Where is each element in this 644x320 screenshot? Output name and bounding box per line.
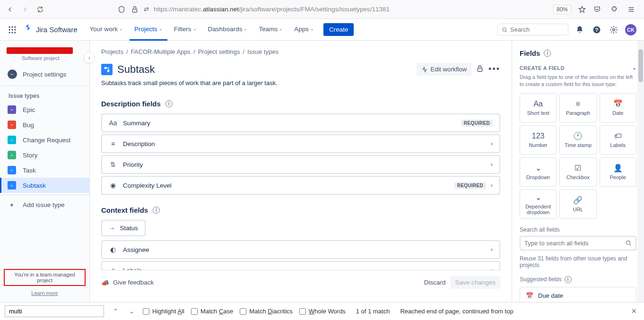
create-button[interactable]: Create bbox=[323, 23, 354, 36]
field-priority[interactable]: ⇅Priority› bbox=[101, 155, 500, 174]
notifications-icon[interactable] bbox=[574, 24, 585, 35]
product-name: Jira Software bbox=[36, 26, 78, 34]
find-input[interactable] bbox=[5, 305, 104, 317]
settings-icon[interactable] bbox=[608, 24, 619, 35]
team-managed-notice: You're in a team-managed project bbox=[4, 269, 86, 286]
find-prev-icon[interactable]: ⌃ bbox=[111, 307, 120, 316]
reload-icon[interactable] bbox=[36, 5, 44, 14]
search-input[interactable] bbox=[497, 24, 568, 35]
permissions-icon[interactable]: ⇄ bbox=[144, 5, 149, 14]
field-type-labels[interactable]: 🏷Labels bbox=[600, 125, 636, 155]
give-feedback-button[interactable]: 📣 Give feedback bbox=[101, 279, 154, 286]
status-label: Status bbox=[120, 225, 138, 232]
close-findbar-icon[interactable]: × bbox=[628, 306, 639, 316]
sidebar-item-story[interactable]: ▫Story bbox=[0, 147, 89, 163]
field-type-people[interactable]: 👤People bbox=[600, 157, 636, 187]
menu-icon[interactable] bbox=[627, 5, 635, 14]
sidebar-item-label: Task bbox=[23, 167, 36, 174]
nav-filters[interactable]: Filters⌄ bbox=[169, 19, 201, 41]
back-label: Project settings bbox=[23, 71, 66, 78]
sidebar-item-task[interactable]: ▫Task bbox=[0, 163, 89, 178]
info-icon[interactable]: i bbox=[165, 100, 173, 107]
chevron-down-icon: ⌄ bbox=[279, 26, 283, 31]
collapse-sidebar-button[interactable]: ‹ bbox=[84, 52, 95, 63]
field-type-number[interactable]: 123Number bbox=[520, 125, 557, 155]
breadcrumb-item[interactable]: Projects bbox=[101, 48, 123, 55]
breadcrumb-item[interactable]: Issue types bbox=[247, 48, 278, 55]
field-name: Priority bbox=[123, 161, 143, 168]
field-type-label: Paragraph bbox=[566, 110, 590, 116]
nav-your-work[interactable]: Your work⌄ bbox=[85, 19, 128, 41]
field-type-label: Labels bbox=[610, 142, 626, 148]
shield-icon[interactable] bbox=[117, 5, 126, 14]
help-icon[interactable]: ? bbox=[591, 24, 602, 35]
chevron-right-icon: › bbox=[491, 140, 493, 147]
info-icon[interactable]: i bbox=[565, 276, 572, 283]
find-next-icon[interactable]: ⌄ bbox=[127, 307, 136, 316]
field-type-dependent-dropdown[interactable]: ⌄Dependent dropdown bbox=[520, 190, 557, 219]
add-issue-type[interactable]: + Add issue type bbox=[0, 197, 89, 212]
extensions-icon[interactable] bbox=[610, 5, 618, 14]
pocket-icon[interactable] bbox=[593, 5, 601, 14]
back-icon[interactable] bbox=[6, 5, 14, 14]
create-field-toggle[interactable]: CREATE A FIELD ⌄ bbox=[520, 65, 636, 71]
app-switcher-icon[interactable] bbox=[8, 25, 17, 35]
lock-icon[interactable] bbox=[131, 5, 139, 14]
sidebar-item-change-request[interactable]: ▫Change Request bbox=[0, 132, 89, 147]
match-case-checkbox[interactable]: Match Case bbox=[191, 308, 233, 315]
avatar[interactable]: CK bbox=[625, 24, 636, 35]
search-field[interactable] bbox=[510, 26, 564, 33]
field-type-dropdown[interactable]: ⌄Dropdown bbox=[520, 157, 557, 187]
svg-point-2 bbox=[11, 26, 13, 27]
nav-projects[interactable]: Projects⌄ bbox=[130, 19, 167, 41]
jira-logo[interactable]: Jira Software bbox=[24, 24, 78, 35]
restrictions-icon[interactable] bbox=[476, 65, 484, 74]
match-diacritics-checkbox[interactable]: Match Diacritics bbox=[240, 308, 293, 315]
field-type-checkbox[interactable]: ☑Checkbox bbox=[559, 157, 596, 187]
field-type-short-text[interactable]: AaShort text bbox=[520, 93, 557, 122]
field-description[interactable]: ≡Description› bbox=[101, 134, 500, 153]
discard-button[interactable]: Discard bbox=[419, 276, 451, 289]
back-to-project-settings[interactable]: ← Project settings bbox=[0, 65, 89, 84]
nav-apps[interactable]: Apps⌄ bbox=[289, 19, 319, 41]
arrow-right-icon: → bbox=[109, 225, 115, 232]
breadcrumb-item[interactable]: FACOR-Multiple Apps bbox=[131, 48, 191, 55]
field-complexity-level[interactable]: ◉Complexity LevelREQUIRED› bbox=[101, 176, 500, 195]
bookmark-icon[interactable] bbox=[578, 5, 586, 14]
field-summary[interactable]: AaSummaryREQUIRED bbox=[101, 113, 500, 132]
edit-workflow-button[interactable]: Edit workflow bbox=[417, 63, 472, 76]
scrollbar-track bbox=[637, 41, 644, 302]
learn-more-link[interactable]: Learn more bbox=[31, 290, 58, 296]
nav-dashboards[interactable]: Dashboards⌄ bbox=[203, 19, 252, 41]
browser-toolbar: ⇄ https://mantratec.atlassian.net/jira/s… bbox=[0, 0, 644, 19]
field-assignee[interactable]: ◐Assignee› bbox=[101, 240, 500, 259]
field-type-icon: ⌄ bbox=[535, 193, 541, 202]
zoom-level[interactable]: 80% bbox=[553, 5, 571, 14]
search-fields-input[interactable] bbox=[520, 236, 636, 251]
field-type-time-stamp[interactable]: 🕐Time stamp bbox=[559, 125, 596, 155]
breadcrumb-item[interactable]: Project settings bbox=[198, 48, 240, 55]
sidebar-item-subtask[interactable]: ▫Subtask bbox=[0, 178, 89, 193]
info-icon[interactable]: i bbox=[544, 50, 551, 57]
field-type-paragraph[interactable]: ≡Paragraph bbox=[559, 93, 596, 122]
forward-icon[interactable] bbox=[21, 5, 29, 14]
sidebar-item-epic[interactable]: ▫Epic bbox=[0, 102, 89, 117]
nav-teams[interactable]: Teams⌄ bbox=[254, 19, 287, 41]
highlight-all-checkbox[interactable]: Highlight All bbox=[143, 308, 184, 315]
status-field[interactable]: → Status bbox=[101, 220, 146, 236]
field-type-date[interactable]: 📅Date bbox=[600, 93, 636, 122]
whole-words-checkbox[interactable]: Whole Words bbox=[299, 308, 346, 315]
scrollbar-thumb[interactable] bbox=[638, 49, 643, 82]
svg-point-6 bbox=[14, 29, 16, 30]
sidebar-item-bug[interactable]: ▫Bug bbox=[0, 117, 89, 132]
megaphone-icon: 📣 bbox=[101, 279, 109, 286]
suggested-field-due-date[interactable]: 📅 Due date bbox=[520, 287, 636, 302]
field-type-icon: ≡ bbox=[576, 100, 580, 108]
more-actions-icon[interactable]: ••• bbox=[488, 64, 500, 74]
search-fields-field[interactable] bbox=[524, 240, 625, 247]
field-type-icon: 🔗 bbox=[573, 196, 583, 205]
url-bar[interactable]: https://mantratec.atlassian.net/jira/sof… bbox=[154, 6, 390, 13]
info-icon[interactable]: i bbox=[153, 207, 160, 214]
field-type-url[interactable]: 🔗URL bbox=[559, 190, 596, 219]
field-type-icon: 🕐 bbox=[573, 131, 583, 140]
